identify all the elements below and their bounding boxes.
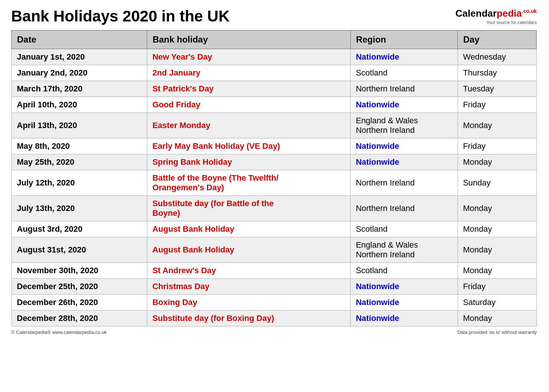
footer-right: Data provided 'as is' without warranty bbox=[457, 329, 537, 335]
holiday-cell: Christmas Day bbox=[147, 279, 350, 295]
day-cell: Monday bbox=[458, 237, 536, 263]
header-region: Region bbox=[351, 30, 458, 49]
holidays-table: Date Bank holiday Region Day January 1st… bbox=[11, 30, 537, 326]
day-cell: Friday bbox=[458, 138, 536, 154]
table-row: March 17th, 2020St Patrick's DayNorthern… bbox=[11, 81, 536, 97]
table-row: December 25th, 2020Christmas DayNationwi… bbox=[11, 279, 536, 295]
holiday-cell: Substitute day (for Boxing Day) bbox=[147, 311, 350, 326]
date-cell: January 2nd, 2020 bbox=[11, 65, 147, 81]
page-wrapper: Bank Holidays 2020 in the UK Calendarped… bbox=[11, 7, 537, 335]
table-row: August 31st, 2020August Bank HolidayEngl… bbox=[11, 237, 536, 263]
table-row: May 8th, 2020Early May Bank Holiday (VE … bbox=[11, 138, 536, 154]
day-cell: Monday bbox=[458, 221, 536, 237]
day-cell: Tuesday bbox=[458, 81, 536, 97]
holiday-cell: St Andrew's Day bbox=[147, 263, 350, 279]
date-cell: December 25th, 2020 bbox=[11, 279, 147, 295]
region-cell: Nationwide bbox=[351, 154, 458, 170]
region-cell: Scotland bbox=[351, 65, 458, 81]
day-cell: Friday bbox=[458, 97, 536, 113]
logo-main: Calendarpedia.co.uk bbox=[455, 7, 537, 20]
holiday-cell: St Patrick's Day bbox=[147, 81, 350, 97]
day-cell: Sunday bbox=[458, 170, 536, 196]
region-cell: Nationwide bbox=[351, 49, 458, 65]
holiday-cell: August Bank Holiday bbox=[147, 221, 350, 237]
logo-tagline: Your source for calendars bbox=[455, 20, 537, 26]
region-cell: Scotland bbox=[351, 221, 458, 237]
table-row: April 13th, 2020Easter MondayEngland & W… bbox=[11, 113, 536, 138]
date-cell: July 12th, 2020 bbox=[11, 170, 147, 196]
holiday-cell: Good Friday bbox=[147, 97, 350, 113]
day-cell: Monday bbox=[458, 263, 536, 279]
table-row: July 12th, 2020Battle of the Boyne (The … bbox=[11, 170, 536, 196]
holiday-cell: August Bank Holiday bbox=[147, 237, 350, 263]
table-row: July 13th, 2020Substitute day (for Battl… bbox=[11, 196, 536, 221]
region-cell: Nationwide bbox=[351, 279, 458, 295]
date-cell: December 28th, 2020 bbox=[11, 311, 147, 326]
logo-area: Calendarpedia.co.uk Your source for cale… bbox=[455, 7, 537, 26]
footer-row: © Calendarpedia® www.calendarpedia.co.uk… bbox=[11, 329, 537, 335]
holiday-cell: Battle of the Boyne (The Twelfth/Orangem… bbox=[147, 170, 350, 196]
date-cell: August 3rd, 2020 bbox=[11, 221, 147, 237]
date-cell: December 26th, 2020 bbox=[11, 295, 147, 311]
date-cell: August 31st, 2020 bbox=[11, 237, 147, 263]
region-cell: Scotland bbox=[351, 263, 458, 279]
holiday-cell: New Year's Day bbox=[147, 49, 350, 65]
region-cell: Nationwide bbox=[351, 97, 458, 113]
table-row: December 28th, 2020Substitute day (for B… bbox=[11, 311, 536, 326]
date-cell: July 13th, 2020 bbox=[11, 196, 147, 221]
holiday-cell: Early May Bank Holiday (VE Day) bbox=[147, 138, 350, 154]
holiday-cell: Substitute day (for Battle of theBoyne) bbox=[147, 196, 350, 221]
page-title: Bank Holidays 2020 in the UK bbox=[11, 7, 230, 25]
region-cell: England & WalesNorthern Ireland bbox=[351, 113, 458, 138]
day-cell: Wednesday bbox=[458, 49, 536, 65]
region-cell: Northern Ireland bbox=[351, 196, 458, 221]
table-row: January 2nd, 20202nd JanuaryScotlandThur… bbox=[11, 65, 536, 81]
table-row: May 25th, 2020Spring Bank HolidayNationw… bbox=[11, 154, 536, 170]
region-cell: England & WalesNorthern Ireland bbox=[351, 237, 458, 263]
date-cell: March 17th, 2020 bbox=[11, 81, 147, 97]
day-cell: Monday bbox=[458, 113, 536, 138]
holiday-cell: Easter Monday bbox=[147, 113, 350, 138]
holiday-cell: 2nd January bbox=[147, 65, 350, 81]
day-cell: Monday bbox=[458, 154, 536, 170]
holiday-cell: Spring Bank Holiday bbox=[147, 154, 350, 170]
date-cell: January 1st, 2020 bbox=[11, 49, 147, 65]
holiday-cell: Boxing Day bbox=[147, 295, 350, 311]
footer-left: © Calendarpedia® www.calendarpedia.co.uk bbox=[11, 329, 107, 335]
table-row: December 26th, 2020Boxing DayNationwideS… bbox=[11, 295, 536, 311]
logo-name-part1: Calendar bbox=[455, 8, 496, 19]
table-row: April 10th, 2020Good FridayNationwideFri… bbox=[11, 97, 536, 113]
region-cell: Northern Ireland bbox=[351, 81, 458, 97]
day-cell: Monday bbox=[458, 311, 536, 326]
date-cell: April 13th, 2020 bbox=[11, 113, 147, 138]
day-cell: Thursday bbox=[458, 65, 536, 81]
date-cell: April 10th, 2020 bbox=[11, 97, 147, 113]
region-cell: Nationwide bbox=[351, 138, 458, 154]
day-cell: Friday bbox=[458, 279, 536, 295]
header-date: Date bbox=[11, 30, 147, 49]
logo-tld: .co.uk bbox=[522, 8, 537, 14]
region-cell: Nationwide bbox=[351, 311, 458, 326]
logo-name-part2: pedia bbox=[497, 8, 522, 19]
table-row: August 3rd, 2020August Bank HolidayScotl… bbox=[11, 221, 536, 237]
region-cell: Northern Ireland bbox=[351, 170, 458, 196]
table-row: November 30th, 2020St Andrew's DayScotla… bbox=[11, 263, 536, 279]
day-cell: Saturday bbox=[458, 295, 536, 311]
region-cell: Nationwide bbox=[351, 295, 458, 311]
header-row: Bank Holidays 2020 in the UK Calendarped… bbox=[11, 7, 537, 26]
header-holiday: Bank holiday bbox=[147, 30, 350, 49]
date-cell: May 8th, 2020 bbox=[11, 138, 147, 154]
table-row: January 1st, 2020New Year's DayNationwid… bbox=[11, 49, 536, 65]
date-cell: May 25th, 2020 bbox=[11, 154, 147, 170]
header-day: Day bbox=[458, 30, 536, 49]
table-header-row: Date Bank holiday Region Day bbox=[11, 30, 536, 49]
day-cell: Monday bbox=[458, 196, 536, 221]
date-cell: November 30th, 2020 bbox=[11, 263, 147, 279]
